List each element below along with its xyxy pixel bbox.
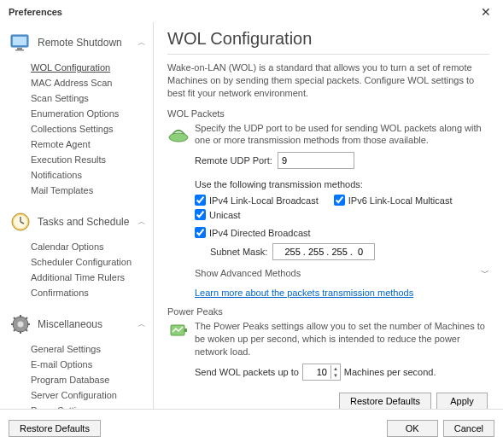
chevron-up-icon: ︿ [137, 37, 146, 49]
footer-restore-defaults-button[interactable]: Restore Defaults [9, 420, 101, 437]
sidebar-item-execution-results[interactable]: Execution Results [31, 152, 153, 167]
svg-rect-20 [184, 329, 187, 332]
sidebar-item-scan-settings[interactable]: Scan Settings [31, 90, 153, 106]
sidebar-item-collections-settings[interactable]: Collections Settings [31, 121, 153, 137]
apply-button[interactable]: Apply [436, 393, 488, 409]
svg-line-17 [26, 317, 27, 319]
divider [167, 54, 489, 55]
section-tasks-schedule[interactable]: Tasks and Schedule ︿ [5, 205, 153, 239]
ok-button[interactable]: OK [387, 420, 438, 437]
sidebar-item-proxy-settings[interactable]: Proxy Settings [31, 403, 153, 409]
power-description: The Power Peaks settings allow you to se… [195, 320, 489, 358]
close-icon[interactable]: ✕ [477, 5, 494, 19]
svg-line-15 [26, 329, 27, 331]
packets-spinner[interactable]: ▲▼ [302, 364, 341, 381]
spinner-up-icon[interactable]: ▲ [331, 365, 340, 372]
send-label-pre: Send WOL packets up to [195, 367, 299, 377]
sidebar-item-mail-templates[interactable]: Mail Templates [31, 183, 153, 198]
subnet-input[interactable] [272, 243, 375, 260]
svg-rect-2 [17, 48, 22, 49]
svg-point-9 [18, 322, 24, 328]
check-ipv6-link-local[interactable]: IPv6 Link-Local Multicast [334, 195, 453, 206]
monitor-icon [9, 31, 32, 55]
check-ipv4-directed[interactable]: IPv4 Directed Broadcast [195, 227, 311, 238]
subnet-label: Subnet Mask: [210, 247, 267, 257]
section-miscellaneous[interactable]: Miscellaneous ︿ [5, 307, 153, 341]
cancel-button[interactable]: Cancel [443, 420, 494, 437]
sidebar-item-mac-address-scan[interactable]: MAC Address Scan [31, 75, 153, 90]
group-wol-packets: WOL Packets [167, 108, 489, 119]
sidebar-item-calendar-options[interactable]: Calendar Options [31, 239, 153, 254]
show-advanced-toggle[interactable]: Show Advanced Methods ﹀ [195, 264, 489, 282]
restore-defaults-button[interactable]: Restore Defaults [339, 393, 431, 409]
check-ipv4-link-local[interactable]: IPv4 Link-Local Broadcast [195, 195, 319, 206]
sidebar-item-email-options[interactable]: E-mail Options [31, 357, 153, 372]
sidebar-item-program-database[interactable]: Program Database [31, 372, 153, 387]
section-label: Tasks and Schedule [38, 216, 137, 228]
svg-rect-3 [15, 49, 24, 51]
svg-line-16 [14, 329, 15, 331]
chevron-up-icon: ︿ [137, 318, 146, 330]
clock-icon [9, 210, 32, 234]
section-label: Miscellaneous [38, 318, 137, 330]
sidebar-item-additional-time-rulers[interactable]: Additional Time Rulers [31, 270, 153, 285]
page-description: Wake-on-LAN (WOL) is a standard that all… [167, 61, 489, 100]
sidebar-item-server-configuration[interactable]: Server Configuration [31, 387, 153, 403]
window-title: Preferences [9, 7, 62, 17]
svg-point-18 [169, 133, 188, 142]
sidebar: Remote Shutdown ︿ WOL Configuration MAC … [0, 22, 154, 409]
sidebar-item-scheduler-configuration[interactable]: Scheduler Configuration [31, 254, 153, 270]
page-title: WOL Configuration [167, 29, 489, 49]
section-remote-shutdown[interactable]: Remote Shutdown ︿ [5, 26, 153, 60]
packets-icon [167, 122, 190, 144]
spinner-down-icon[interactable]: ▼ [331, 372, 340, 379]
udp-port-input[interactable] [278, 152, 354, 169]
section-label: Remote Shutdown [38, 37, 137, 49]
sidebar-item-general-settings[interactable]: General Settings [31, 341, 153, 357]
chevron-down-icon: ﹀ [481, 267, 489, 279]
methods-label: Use the following transmission methods: [195, 179, 489, 189]
sidebar-item-wol-configuration[interactable]: WOL Configuration [31, 60, 153, 75]
chevron-up-icon: ︿ [137, 216, 146, 228]
sidebar-item-confirmations[interactable]: Confirmations [31, 285, 153, 300]
wol-description: Specify the UDP port to be used for send… [195, 122, 489, 148]
group-power-peaks: Power Peaks [167, 306, 489, 317]
learn-more-link[interactable]: Learn more about the packets transmissio… [195, 288, 413, 298]
sidebar-item-remote-agent[interactable]: Remote Agent [31, 137, 153, 152]
send-label-post: Machines per second. [344, 367, 436, 377]
packets-input[interactable] [303, 364, 330, 380]
power-icon [167, 320, 190, 342]
udp-port-label: Remote UDP Port: [195, 155, 272, 166]
gear-icon [9, 312, 32, 336]
svg-rect-1 [13, 37, 26, 45]
svg-line-14 [14, 317, 15, 319]
check-unicast[interactable]: Unicast [195, 209, 241, 220]
sidebar-item-enumeration-options[interactable]: Enumeration Options [31, 106, 153, 121]
sidebar-item-notifications[interactable]: Notifications [31, 167, 153, 183]
main-panel: WOL Configuration Wake-on-LAN (WOL) is a… [154, 22, 503, 409]
